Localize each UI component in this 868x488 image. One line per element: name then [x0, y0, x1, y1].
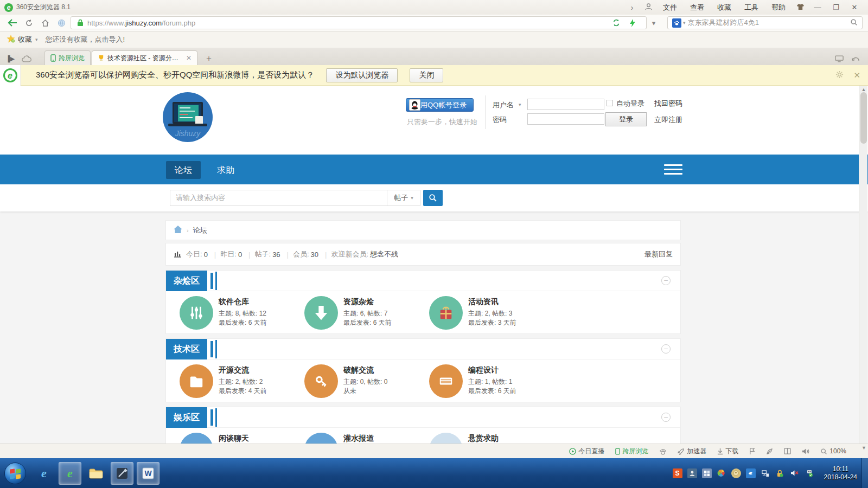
auto-login-checkbox[interactable]	[607, 100, 613, 106]
menu-tools[interactable]: 工具	[738, 3, 765, 12]
note-feather-icon[interactable]	[766, 448, 773, 455]
translate-icon[interactable]	[609, 16, 623, 29]
refresh-icon[interactable]	[22, 16, 36, 29]
volume-muted-tray-icon[interactable]	[790, 468, 800, 478]
close-button[interactable]: ✕	[845, 2, 864, 14]
forum-search-button[interactable]	[423, 190, 443, 206]
restore-button[interactable]: ❐	[827, 2, 845, 14]
favorites-caret-icon[interactable]: ▾	[35, 37, 38, 42]
register-link[interactable]: 立即注册	[654, 115, 682, 125]
new-tab-icon[interactable]: ＋	[202, 52, 216, 65]
forum-item[interactable]: 资源杂烩 主题: 6, 帖数: 7 最后发表: 6 天前	[304, 296, 429, 330]
forum-lastpost[interactable]: 最后发表: 6 天前	[468, 387, 516, 396]
section-title[interactable]: 杂烩区	[166, 271, 207, 291]
section-collapse-icon[interactable]: –	[661, 413, 671, 422]
url-input[interactable]: https://www. jishuzy.com /forum.php	[71, 16, 647, 29]
forum-title[interactable]: 灌水报道	[343, 434, 374, 444]
username-caret-icon[interactable]: ▾	[519, 102, 521, 107]
360-browser-taskbar-icon[interactable]: e	[59, 462, 81, 485]
username-field[interactable]	[527, 99, 604, 110]
set-default-button[interactable]: 设为默认浏览器	[326, 68, 398, 82]
forum-lastpost[interactable]: 从未	[343, 387, 387, 396]
menu-file[interactable]: 文件	[656, 3, 684, 12]
url-dropdown-icon[interactable]: ▾	[647, 16, 661, 29]
nav-tab-forum[interactable]: 论坛	[166, 161, 201, 179]
forum-item[interactable]: 开源交流 主题: 2, 帖数: 2 最后发表: 4 天前	[180, 364, 304, 398]
forum-lastpost[interactable]: 最后发表: 6 天前	[343, 318, 392, 328]
forum-item[interactable]: 破解交流 主题: 0, 帖数: 0 从未	[304, 364, 429, 398]
breadcrumb-home-icon[interactable]	[174, 226, 182, 235]
start-button[interactable]	[4, 463, 26, 484]
explorer-folder-taskbar-icon[interactable]	[85, 462, 107, 485]
usb-safe-remove-tray-icon[interactable]	[805, 468, 814, 478]
tab-close-icon[interactable]: ✕	[186, 54, 192, 62]
forum-lastpost[interactable]: 最后发表: 4 天前	[219, 387, 267, 396]
forum-item[interactable]: 灌水报道	[304, 433, 429, 444]
menu-view[interactable]: 查看	[684, 3, 711, 12]
word-taskbar-icon[interactable]: W	[137, 462, 159, 485]
forum-title[interactable]: 破解交流	[343, 365, 387, 375]
tab-cross-screen[interactable]: 跨屏浏览	[44, 50, 91, 65]
tab-list-icon[interactable]: ▐▶	[3, 52, 17, 65]
send-to-desktop-icon[interactable]	[832, 52, 846, 65]
coin-tray-icon[interactable]	[731, 468, 741, 478]
password-field[interactable]	[527, 113, 604, 125]
newest-member-link[interactable]: 想念不残	[370, 249, 398, 259]
login-button[interactable]: 登录	[605, 112, 647, 126]
im-tray-icon[interactable]	[687, 468, 697, 478]
latest-reply-link[interactable]: 最新回复	[644, 249, 673, 259]
forum-title[interactable]: 开源交流	[219, 365, 267, 375]
forum-title[interactable]: 资源杂烩	[343, 297, 392, 307]
tools-app-taskbar-icon[interactable]	[111, 462, 133, 485]
forum-item[interactable]: 悬赏求助	[429, 433, 554, 444]
speed-bolt-icon[interactable]	[626, 16, 640, 29]
scroll-down-icon[interactable]: ▼	[861, 445, 866, 451]
safety-lock-tray-icon[interactable]	[775, 468, 785, 478]
cloud-sync-icon[interactable]	[20, 52, 34, 65]
search-engine-caret-icon[interactable]: ▾	[683, 20, 686, 25]
notice-dismiss-icon[interactable]: ✕	[853, 70, 860, 80]
split-window-icon[interactable]	[784, 448, 791, 454]
download-button[interactable]: 下载	[717, 447, 738, 456]
menu-help[interactable]: 帮助	[765, 3, 792, 12]
section-collapse-icon[interactable]: –	[661, 276, 671, 285]
booster-button[interactable]: 加速器	[678, 447, 706, 456]
ie-taskbar-icon[interactable]: e	[33, 462, 55, 485]
section-title[interactable]: 娱乐区	[166, 407, 207, 428]
breadcrumb-current[interactable]: 论坛	[193, 226, 207, 235]
nav-menu-hamburger-icon[interactable]	[664, 164, 682, 177]
forum-item[interactable]: 软件仓库 主题: 8, 帖数: 12 最后发表: 6 天前	[180, 296, 304, 330]
notice-settings-gear-icon[interactable]	[835, 70, 844, 80]
collapse-toolbar-icon[interactable]: ›	[624, 3, 640, 12]
flag-report-icon[interactable]	[749, 448, 755, 455]
site-logo[interactable]: Jishuzy	[163, 92, 213, 142]
tab-forum-site[interactable]: 技术资源社区 - 资源分享，共享 ✕	[92, 50, 197, 65]
user-account-icon[interactable]	[640, 3, 656, 12]
site-safety-icon[interactable]	[54, 16, 68, 29]
forum-search-input[interactable]: 请输入搜索内容	[170, 190, 387, 206]
find-password-link[interactable]: 找回密码	[654, 99, 682, 108]
restore-closed-tab-icon[interactable]	[848, 52, 863, 65]
notice-close-button[interactable]: 关闭	[410, 68, 443, 82]
forum-item[interactable]: 活动资讯 主题: 2, 帖数: 3 最后发表: 3 天前	[429, 296, 554, 330]
bookmarks-import-hint[interactable]: 您还没有收藏，点击导入!	[46, 35, 125, 44]
home-icon[interactable]	[38, 16, 52, 29]
game-paw-icon[interactable]	[659, 448, 667, 455]
live-today-button[interactable]: 今日直播	[569, 447, 604, 456]
zoom-level-control[interactable]: 100%	[820, 447, 846, 455]
theme-skin-icon[interactable]	[792, 3, 808, 12]
nav-tab-help[interactable]: 求助	[208, 161, 243, 179]
forum-item[interactable]: 闲谈聊天	[180, 433, 304, 444]
forum-title[interactable]: 悬赏求助	[468, 434, 499, 444]
back-icon[interactable]	[5, 16, 20, 29]
search-scope-select[interactable]: 帖子 ▾	[387, 190, 420, 206]
section-title[interactable]: 技术区	[166, 339, 207, 359]
favorites-star-icon[interactable]	[7, 35, 15, 44]
sogou-tray-icon[interactable]: S	[673, 468, 682, 478]
show-desktop-button[interactable]	[861, 458, 868, 488]
photos-pinwheel-tray-icon[interactable]	[717, 468, 726, 478]
web-search-box[interactable]: ▾ 京东家具建材跨店4免1	[667, 16, 863, 29]
forum-title[interactable]: 闲谈聊天	[219, 434, 249, 444]
forum-title[interactable]: 编程设计	[468, 365, 516, 375]
thunder-tray-icon[interactable]	[746, 468, 756, 478]
